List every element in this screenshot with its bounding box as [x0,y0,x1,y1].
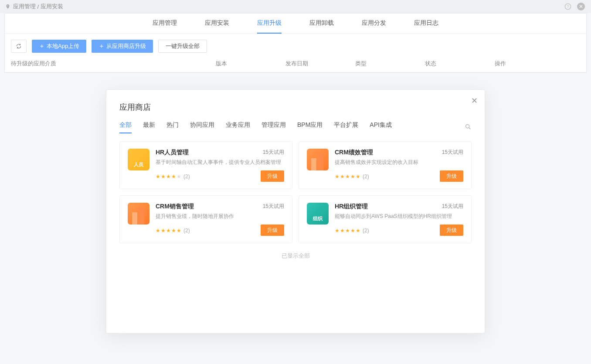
app-name: CRM销售管理 [156,203,194,211]
upgrade-button[interactable]: 升级 [440,170,463,182]
rating-count: (2) [183,173,190,180]
help-icon[interactable]: ? [563,2,573,11]
all-shown-label: 已显示全部 [119,252,472,260]
rating-stars: ★★★★★ [335,173,361,180]
trial-badge: 15天试用 [442,203,463,210]
app-icon: 人员 [128,149,149,170]
app-icon [307,149,329,170]
category-tab[interactable]: 协同应用 [190,121,214,133]
table-column-header: 操作 [495,60,580,68]
upgrade-all-button[interactable]: 一键升级全部 [158,40,207,53]
table-column-header: 待升级的应用介质 [11,60,216,68]
table-column-header: 发布日期 [285,60,355,68]
table-column-header: 状态 [425,60,495,68]
app-name: CRM绩效管理 [335,149,373,156]
modal-close-icon[interactable]: ✕ [471,96,478,105]
nav-tab[interactable]: 应用升级 [257,14,282,34]
refresh-button[interactable] [11,40,27,53]
location-icon [5,4,13,9]
app-description: 基于时间轴自动汇聚人事事件，提供专业人员档案管理 [156,158,284,166]
app-icon: 组织 [307,203,329,225]
close-icon[interactable]: ✕ [576,2,586,11]
upgrade-button[interactable]: 升级 [261,225,284,236]
upload-local-app-button[interactable]: ＋ 本地App上传 [32,40,86,53]
rating-stars: ★★★★★ [156,228,182,234]
rating-stars: ★★★★★ [156,173,182,180]
category-tab[interactable]: 全部 [119,121,132,133]
app-name: HR人员管理 [156,149,189,156]
app-card[interactable]: CRM绩效管理15天试用提高销售成效并实现设定的收入目标★★★★★(2)升级 [299,141,472,189]
upgrade-from-store-button[interactable]: ＋ 从应用商店升级 [92,40,153,53]
app-icon [128,203,149,225]
app-card[interactable]: 组织HR组织管理15天试用能够自动同步到AWS PaaS组织模型的HR组织管理★… [299,195,472,243]
category-tab[interactable]: BPM应用 [297,121,323,133]
upgrade-button[interactable]: 升级 [440,225,463,236]
plus-icon: ＋ [39,42,45,50]
svg-point-2 [466,124,469,128]
breadcrumb-parent[interactable]: 应用管理 [13,3,36,10]
nav-tab[interactable]: 应用分发 [362,14,386,34]
app-description: 能够自动同步到AWS PaaS组织模型的HR组织管理 [335,212,463,220]
breadcrumb-current: 应用安装 [41,3,63,10]
app-description: 提升销售业绩，随时随地开展协作 [156,212,284,220]
category-tab[interactable]: API集成 [370,121,392,133]
breadcrumb-bar: 应用管理 / 应用安装 ? ✕ [0,0,591,13]
nav-tab[interactable]: 应用安装 [205,14,229,34]
app-card[interactable]: 人员HR人员管理15天试用基于时间轴自动汇聚人事事件，提供专业人员档案管理★★★… [119,141,292,189]
app-description: 提高销售成效并实现设定的收入目标 [335,158,463,166]
nav-tab[interactable]: 应用卸载 [309,14,334,34]
rating-count: (2) [363,228,369,234]
category-tab[interactable]: 管理应用 [262,121,286,133]
nav-tab[interactable]: 应用日志 [414,14,438,34]
search-icon[interactable] [465,123,472,132]
svg-line-3 [469,128,470,129]
trial-badge: 15天试用 [263,149,284,156]
category-tab[interactable]: 热门 [166,121,179,133]
svg-text:?: ? [567,4,569,9]
rating-stars: ★★★★★ [335,228,361,234]
rating-count: (2) [363,173,369,180]
modal-title: 应用商店 [119,102,472,112]
category-tab[interactable]: 平台扩展 [334,121,358,133]
main-tabs: 应用管理应用安装应用升级应用卸载应用分发应用日志 [5,14,586,34]
upgrade-button[interactable]: 升级 [261,170,284,182]
category-tab[interactable]: 业务应用 [226,121,250,133]
table-column-header: 版本 [216,60,285,68]
table-column-header: 类型 [355,60,425,68]
nav-tab[interactable]: 应用管理 [153,14,177,34]
table-header-row: 待升级的应用介质版本发布日期类型状态操作 [5,57,586,72]
category-tab[interactable]: 最新 [143,121,155,133]
plus-icon: ＋ [98,42,105,50]
trial-badge: 15天试用 [263,203,284,210]
modal-category-tabs: 全部最新热门协同应用业务应用管理应用BPM应用平台扩展API集成 [119,121,472,133]
rating-count: (2) [183,228,190,234]
app-card[interactable]: CRM销售管理15天试用提升销售业绩，随时随地开展协作★★★★★(2)升级 [119,195,292,243]
app-name: HR组织管理 [335,203,368,211]
app-store-modal: ✕ 应用商店 全部最新热门协同应用业务应用管理应用BPM应用平台扩展API集成 … [106,89,485,333]
toolbar: ＋ 本地App上传 ＋ 从应用商店升级 一键升级全部 [5,34,586,57]
trial-badge: 15天试用 [442,149,463,156]
